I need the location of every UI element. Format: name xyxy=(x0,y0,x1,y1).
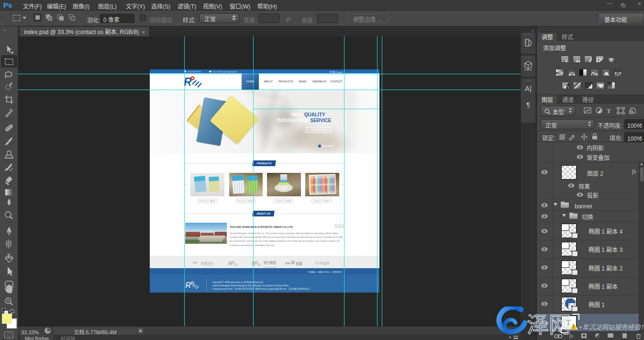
svg-text:T: T xyxy=(607,107,611,114)
svg-text:R: R xyxy=(185,281,191,290)
svg-text:R: R xyxy=(252,261,256,266)
svg-text:R: R xyxy=(228,261,233,266)
svg-text:T: T xyxy=(7,252,10,259)
svg-text:R: R xyxy=(184,76,192,88)
